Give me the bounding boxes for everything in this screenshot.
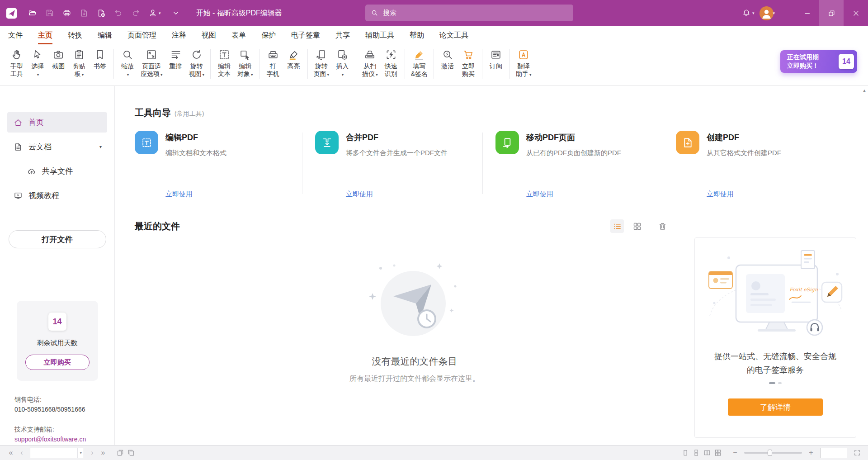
facing-continuous-view-button[interactable] [712,447,723,458]
carousel-dot[interactable] [778,382,782,384]
ribbon-edit-object-button[interactable]: 编辑 对象▾ [235,48,256,80]
continuous-view-button[interactable] [691,447,702,458]
ribbon-reflow-button[interactable]: 重排 [165,48,186,71]
ribbon-zoom-button[interactable]: 缩放 ▾ [117,48,138,80]
undo-button[interactable] [110,4,127,22]
close-button[interactable] [844,0,868,26]
export-toolbar-button[interactable] [75,4,93,22]
open-file-button[interactable]: 打开文件 [9,230,106,248]
ribbon-typewriter-button[interactable]: 打 字机 [263,48,283,79]
sidebar-item-shared-files[interactable]: 共享文件 [7,161,107,181]
tab-file[interactable]: 文件 [8,26,23,44]
single-page-view-button[interactable] [680,447,691,458]
ribbon-buy-now-button[interactable]: 立即 购买 [458,48,479,79]
use-now-link[interactable]: 立即使用 [346,190,373,199]
tab-edit[interactable]: 编辑 [98,26,112,44]
tab-help[interactable]: 帮助 [410,26,424,44]
ribbon-rotate-view-button[interactable]: 旋转 视图▾ [186,48,208,80]
tool-card-create-pdf[interactable]: 创建PDF 从其它格式文件创建PDF 立即使用 [676,131,833,199]
user-avatar[interactable] [760,6,774,20]
learn-more-button[interactable]: 了解详情 [728,398,823,416]
zoom-out-button[interactable]: − [730,447,741,458]
sidebar-item-home[interactable]: 首页 [7,112,107,133]
clear-recent-button[interactable] [656,219,669,233]
tool-card-move-pdf-pages[interactable]: 移动PDF页面 从已有的PDF页面创建新的PDF 立即使用 [495,131,653,199]
tab-comment[interactable]: 注释 [172,26,186,44]
print-toolbar-button[interactable] [58,4,75,22]
sidebar-item-cloud-docs[interactable]: 云文档 ▾ [7,137,107,157]
ribbon-fill-sign-button[interactable]: 填写 &签名 [408,48,430,79]
tab-accessibility[interactable]: 辅助工具 [365,26,394,44]
sidebar-item-label: 视频教程 [28,190,59,201]
ribbon-activate-button[interactable]: 激活 [437,48,458,71]
create-toolbar-button[interactable] [93,4,110,22]
tool-card-merge-pdf[interactable]: 合并PDF 将多个文件合并生成一个PDF文件 立即使用 [315,131,472,199]
support-email-link[interactable]: support@foxitsoftware.cn [14,434,114,444]
tool-card-edit-pdf[interactable]: 编辑PDF 编辑文档和文本格式 立即使用 [135,131,292,199]
zoom-percentage-input[interactable] [820,448,847,458]
ribbon-translate-assistant-button[interactable]: 翻译 助手▾ [513,48,534,80]
ribbon-snapshot-button[interactable]: 截图 [48,48,69,71]
chevron-down-icon[interactable]: ▾ [773,11,775,15]
buy-now-button[interactable]: 立即购买 [25,355,90,370]
ribbon-collapse-button[interactable] [167,4,184,22]
chevron-down-icon[interactable]: ▾ [77,448,84,458]
open-file-toolbar-button[interactable] [24,4,41,22]
next-view-button[interactable] [126,447,137,458]
facing-view-button[interactable] [702,447,712,458]
tab-convert[interactable]: 转换 [68,26,82,44]
tab-paper-tools[interactable]: 论文工具 [439,26,468,44]
zoom-slider-thumb[interactable] [768,450,772,456]
first-page-button[interactable]: « [5,447,16,458]
ribbon-clipboard-button[interactable]: 剪贴 板▾ [69,48,90,80]
tab-form[interactable]: 表单 [231,26,246,44]
ribbon-rotate-pages-button[interactable]: 旋转 页面▾ [311,48,332,80]
use-now-link[interactable]: 立即使用 [526,190,553,199]
zoom-in-button[interactable]: + [806,447,816,458]
search-box[interactable]: 搜索 [365,5,573,21]
ribbon-edit-text-button[interactable]: 编辑 文本 [214,48,235,79]
carousel-dot-active[interactable] [769,382,775,384]
chevron-down-icon[interactable]: ▾ [99,144,102,149]
trial-buy-now-banner[interactable]: 正在试用期 立即购买！ 14 [780,50,857,73]
tab-share[interactable]: 共享 [335,26,350,44]
ribbon-ocr-button[interactable]: 快速 识别 [381,48,401,79]
ribbon-scanner-button[interactable]: 从扫 描仪▾ [359,48,381,80]
zoom-slider[interactable] [744,452,802,454]
ribbon-highlight-button[interactable]: 高亮 [283,48,304,71]
use-now-link[interactable]: 立即使用 [165,190,193,199]
tool-description: 将多个文件合并生成一个PDF文件 [346,149,448,157]
grid-view-button[interactable] [630,219,644,233]
redo-icon [131,9,140,18]
tab-protect[interactable]: 保护 [261,26,276,44]
window-title: 开始 - 福昕高级PDF编辑器 [196,9,282,18]
fullscreen-button[interactable] [852,447,863,458]
tab-esign[interactable]: 电子签章 [291,26,320,44]
ribbon-hand-tool-button[interactable]: 手型 工具 [6,48,27,79]
restore-button[interactable] [819,0,844,26]
ribbon-select-button[interactable]: 选择 ▾ [27,48,48,80]
redo-button[interactable] [127,4,144,22]
page-number-input[interactable] [30,448,77,458]
chevron-down-icon[interactable]: ▾ [159,11,161,15]
previous-view-button[interactable] [115,447,126,458]
ribbon-fit-page-button[interactable]: 页面适 应选项▾ [138,48,165,80]
save-toolbar-button[interactable] [41,4,58,22]
tab-view[interactable]: 视图 [202,26,216,44]
previous-page-button[interactable]: ‹ [16,447,27,458]
vertical-scrollbar[interactable]: ▲ [861,86,868,445]
tab-page-management[interactable]: 页面管理 [127,26,156,44]
next-page-button[interactable]: › [87,447,98,458]
tab-home[interactable]: 主页 [38,26,52,44]
ribbon-subscribe-button[interactable]: 订阅 [486,48,506,71]
ribbon-bookmark-button[interactable]: 书签 [90,48,110,71]
last-page-button[interactable]: » [98,447,108,458]
use-now-link[interactable]: 立即使用 [707,190,734,199]
list-view-button[interactable] [610,219,624,233]
snapshot-camera-icon [52,49,64,61]
sidebar-item-video-tutorials[interactable]: 视频教程 [7,185,107,206]
scroll-up-icon[interactable]: ▲ [863,88,867,93]
minimize-button[interactable] [795,0,819,26]
ribbon-insert-button[interactable]: 插入 ▾ [332,48,353,80]
chevron-down-icon[interactable]: ▾ [752,11,755,15]
